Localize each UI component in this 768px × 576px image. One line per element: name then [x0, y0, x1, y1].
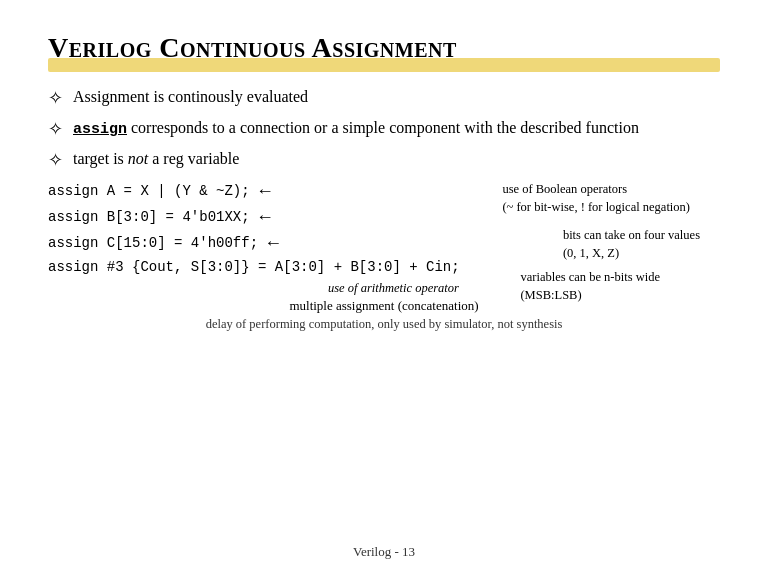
- bullet-text-2: assign corresponds to a connection or a …: [73, 117, 720, 140]
- title-underline: [48, 58, 720, 72]
- bullet-icon-2: ✧: [48, 118, 63, 140]
- annotation-bits: bits can take on four values (0, 1, X, Z…: [563, 227, 700, 262]
- bullet-item-3: ✧ target is not a reg variable: [48, 148, 720, 171]
- delay-note: delay of performing computation, only us…: [206, 317, 563, 331]
- bullet-item-2: ✧ assign corresponds to a connection or …: [48, 117, 720, 140]
- slide: Verilog Continuous Assignment ✧ Assignme…: [0, 0, 768, 576]
- arrow-icon-1: ←: [260, 181, 271, 201]
- slide-footer: Verilog - 13: [0, 544, 768, 560]
- bullet-icon-1: ✧: [48, 87, 63, 109]
- bullet-list: ✧ Assignment is continously evaluated ✧ …: [48, 86, 720, 171]
- annotation-boolean: use of Boolean operators (~ for bit-wise…: [502, 181, 690, 216]
- arrow-icon-3: ←: [268, 233, 279, 253]
- bullet-text-1: Assignment is continously evaluated: [73, 86, 720, 108]
- bullet-text-3: target is not a reg variable: [73, 148, 720, 170]
- code-text-1: assign A = X | (Y & ~Z);: [48, 183, 250, 199]
- code-text-3: assign C[15:0] = 4'h00ff;: [48, 235, 258, 251]
- title-area: Verilog Continuous Assignment: [48, 32, 720, 72]
- code-text-2: assign B[3:0] = 4'b01XX;: [48, 209, 250, 225]
- code-text-4: assign #3 {Cout, S[3:0]} = A[3:0] + B[3:…: [48, 259, 460, 275]
- bullet-icon-3: ✧: [48, 149, 63, 171]
- arrow-icon-2: ←: [260, 207, 271, 227]
- annotation-vars: variables can be n-bits wide (MSB:LSB): [520, 269, 660, 304]
- assign-keyword: assign: [73, 121, 127, 138]
- bullet-item-1: ✧ Assignment is continously evaluated: [48, 86, 720, 109]
